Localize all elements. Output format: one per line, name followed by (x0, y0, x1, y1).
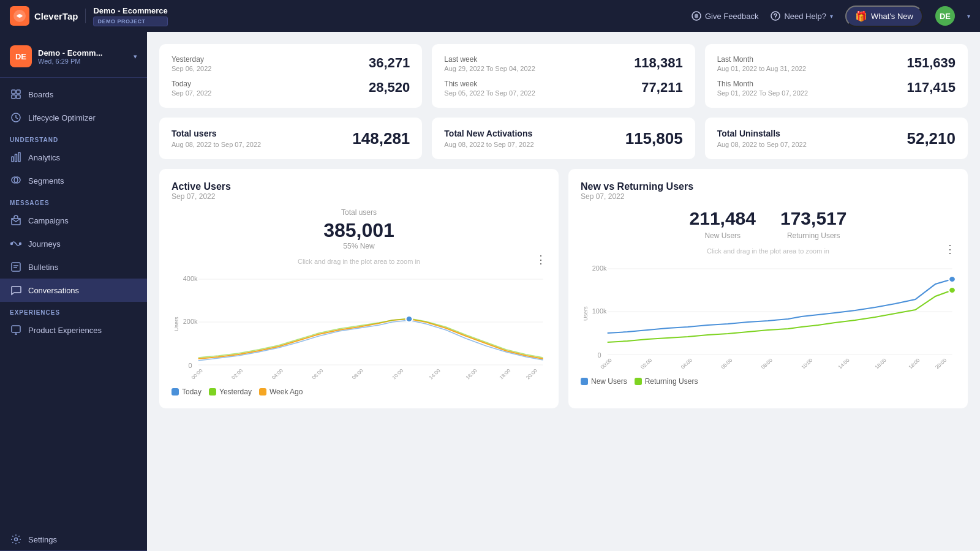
active-users-chart-container[interactable]: ⋮ Click and drag in the plot area to zoo… (172, 258, 546, 380)
give-feedback-label: Give Feedback (705, 12, 758, 21)
account-name: Demo - Ecomm... (38, 48, 127, 58)
legend-week-ago-dot (259, 388, 266, 395)
new-vs-returning-date: Sep 07, 2022 (581, 192, 956, 201)
legend-yesterday-dot (209, 388, 216, 395)
analytics-label: Analytics (28, 153, 60, 162)
totals-row: Total users Aug 08, 2022 to Sep 07, 2022… (159, 118, 968, 159)
svg-point-45 (949, 287, 956, 293)
stat-card-monthly: Last Month Aug 01, 2022 to Aug 31, 2022 … (705, 44, 968, 108)
legend-today-dot (172, 388, 179, 395)
total-users-info: Total users Aug 08, 2022 to Sep 07, 2022 (172, 129, 261, 148)
svg-rect-5 (17, 90, 20, 94)
svg-text:0: 0 (189, 362, 192, 369)
svg-text:00:00: 00:00 (599, 357, 613, 370)
analytics-icon (10, 151, 22, 163)
need-help-label: Need Help? (784, 12, 826, 21)
need-help-button[interactable]: Need Help? ▾ (771, 11, 833, 21)
sidebar-item-boards[interactable]: Boards (0, 83, 147, 106)
section-understand: UNDERSTAND (0, 129, 147, 146)
total-uninstalls-date: Aug 08, 2022 to Sep 07, 2022 (717, 141, 807, 148)
this-month-date: Sep 01, 2022 To Sep 07, 2022 (717, 89, 808, 97)
svg-text:14:00: 14:00 (428, 367, 442, 380)
active-users-hint: Click and drag in the plot area to zoom … (172, 258, 546, 265)
stat-this-month-info: This Month Sep 01, 2022 To Sep 07, 2022 (717, 80, 808, 97)
total-activations-info: Total New Activations Aug 08, 2022 to Se… (444, 129, 533, 148)
active-users-date: Sep 07, 2022 (172, 192, 546, 201)
sidebar-item-segments[interactable]: Segments (0, 169, 147, 192)
svg-text:400k: 400k (183, 276, 198, 282)
svg-text:18:00: 18:00 (907, 357, 921, 370)
give-feedback-button[interactable]: Give Feedback (692, 11, 758, 21)
this-week-value: 77,211 (641, 80, 682, 96)
today-value: 28,520 (369, 80, 410, 96)
feedback-icon (692, 11, 701, 21)
svg-text:10:00: 10:00 (800, 357, 814, 370)
sidebar-item-product-experiences[interactable]: Product Experiences (0, 318, 147, 342)
svg-text:06:00: 06:00 (720, 357, 734, 370)
svg-text:00:00: 00:00 (190, 367, 204, 380)
total-activations-card: Total New Activations Aug 08, 2022 to Se… (432, 118, 695, 159)
total-uninstalls-label: Total Uninstalls (717, 129, 807, 138)
account-time: Wed, 6:29 PM (38, 58, 127, 65)
sidebar-item-analytics[interactable]: Analytics (0, 146, 147, 169)
product-experiences-icon (10, 324, 22, 336)
new-users-label: New Users (690, 231, 756, 240)
whats-new-button[interactable]: 🎁 What's New (845, 6, 923, 27)
today-label: Today (172, 80, 211, 88)
sidebar-item-lifecycle[interactable]: Lifecycle Optimizer (0, 106, 147, 129)
help-icon (771, 11, 780, 21)
sidebar-item-settings[interactable]: Settings (0, 528, 147, 551)
svg-point-44 (949, 276, 956, 282)
svg-rect-16 (12, 263, 20, 271)
sidebar-item-campaigns[interactable]: Campaigns (0, 209, 147, 232)
logo-area[interactable]: CleverTap (10, 6, 78, 26)
stat-today-info: Today Sep 07, 2022 (172, 80, 211, 97)
legend-returning-users-label: Returning Users (645, 377, 698, 386)
active-users-title: Active Users (172, 181, 546, 192)
svg-text:200k: 200k (592, 265, 607, 272)
stat-yesterday-info: Yesterday Sep 06, 2022 (172, 55, 211, 72)
bulletins-label: Bulletins (28, 263, 58, 272)
sidebar-item-bulletins[interactable]: Bulletins (0, 255, 147, 279)
legend-returning-users-dot (635, 378, 642, 385)
user-avatar[interactable]: DE (935, 6, 955, 26)
project-name: Demo - Ecommerce (93, 6, 167, 15)
section-messages: MESSAGES (0, 192, 147, 209)
sidebar: DE Demo - Ecomm... Wed, 6:29 PM ▾ Boards (0, 32, 147, 551)
svg-point-3 (775, 18, 776, 18)
svg-text:16:00: 16:00 (873, 357, 888, 370)
sidebar-item-conversations[interactable]: Conversations (0, 279, 147, 302)
legend-new-users-dot (581, 378, 588, 385)
journeys-icon (10, 238, 22, 250)
stat-today: Today Sep 07, 2022 28,520 (172, 80, 410, 97)
returning-users-label: Returning Users (780, 231, 846, 240)
campaigns-label: Campaigns (28, 216, 69, 225)
conversations-icon (10, 284, 22, 296)
new-vs-returning-more-button[interactable]: ⋮ (944, 242, 956, 256)
settings-icon (10, 533, 22, 545)
section-experiences: EXPERIENCES (0, 302, 147, 318)
total-uninstalls-info: Total Uninstalls Aug 08, 2022 to Sep 07,… (717, 129, 807, 148)
svg-point-18 (15, 538, 18, 541)
last-week-label: Last week (444, 55, 535, 64)
stats-cards-row: Yesterday Sep 06, 2022 36,271 Today Sep … (159, 44, 968, 108)
svg-text:100k: 100k (592, 308, 607, 315)
active-users-more-button[interactable]: ⋮ (535, 253, 546, 266)
project-label: Demo - Ecommerce DEMO PROJECT (93, 6, 167, 26)
svg-text:0: 0 (598, 352, 601, 359)
account-avatar: DE (10, 45, 32, 67)
new-users-value: 211,484 (690, 208, 756, 229)
svg-text:04:00: 04:00 (679, 357, 693, 370)
sidebar-item-journeys[interactable]: Journeys (0, 232, 147, 255)
account-area[interactable]: DE Demo - Ecomm... Wed, 6:29 PM ▾ (0, 39, 147, 78)
total-activations-label: Total New Activations (444, 129, 533, 138)
active-users-total-sub: 55% New (172, 242, 546, 250)
segments-icon (10, 174, 22, 187)
returning-users-value: 173,517 (780, 208, 846, 229)
this-month-label: This Month (717, 80, 808, 88)
new-vs-returning-chart-container[interactable]: ⋮ Click and drag in the plot area to zoo… (581, 247, 956, 370)
nav-right: Give Feedback Need Help? ▾ 🎁 What's New … (692, 6, 970, 27)
svg-text:02:00: 02:00 (639, 357, 654, 370)
new-vs-returning-legend: New Users Returning Users (581, 377, 956, 386)
user-menu-chevron[interactable]: ▾ (967, 13, 970, 20)
